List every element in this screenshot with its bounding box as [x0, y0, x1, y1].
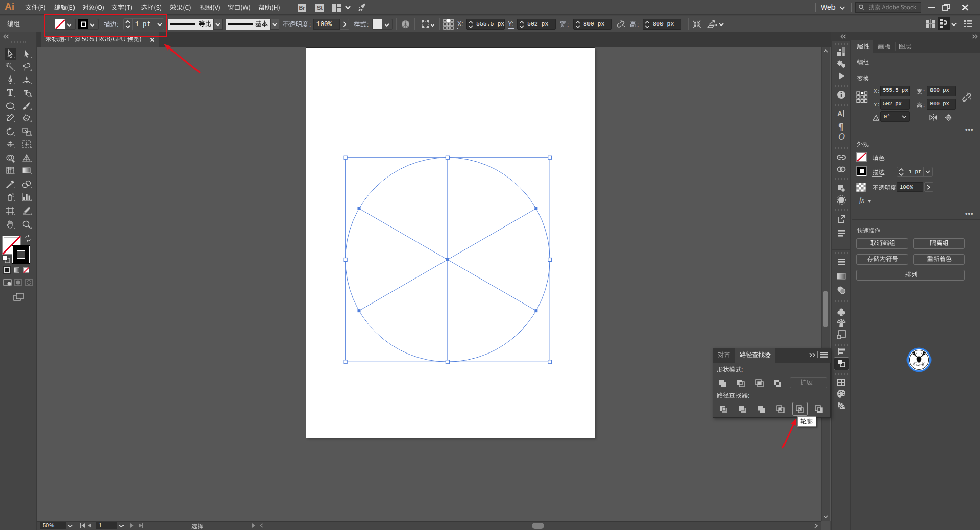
svg-text:¶: ¶ — [838, 122, 843, 132]
svg-text:O: O — [838, 132, 845, 142]
svg-text:A: A — [837, 110, 842, 118]
